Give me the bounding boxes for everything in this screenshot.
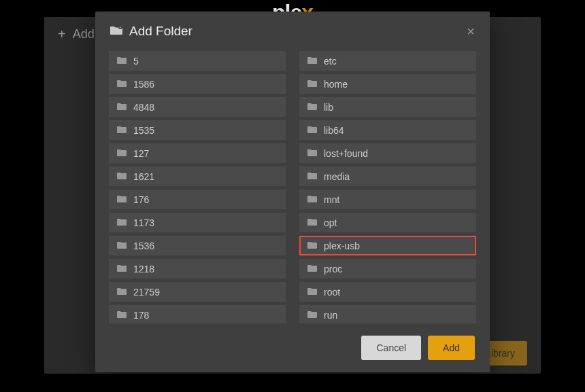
folder-label: lib64 <box>324 125 344 136</box>
folder-label: 1218 <box>133 264 154 274</box>
folder-item[interactable]: opt <box>299 213 476 232</box>
folder-icon <box>117 264 127 274</box>
folder-label: 21759 <box>133 287 160 298</box>
folder-icon <box>307 56 317 66</box>
folder-add-icon: + <box>110 25 122 38</box>
folder-item[interactable]: mnt <box>299 190 476 209</box>
folder-label: lib <box>324 102 333 113</box>
folder-label: plex-usb <box>324 240 360 251</box>
folder-label: 1173 <box>133 217 154 228</box>
folder-item[interactable]: etc <box>299 51 476 71</box>
folder-icon <box>307 171 317 181</box>
folder-icon <box>117 79 127 89</box>
folder-item[interactable]: 176 <box>109 190 286 209</box>
folder-icon <box>307 194 317 204</box>
folder-item[interactable]: 4848 <box>109 97 286 117</box>
folder-item[interactable]: 5 <box>109 51 286 71</box>
cancel-button[interactable]: Cancel <box>361 336 421 360</box>
folder-column-left: 5158648481535127162117611731536121821759… <box>109 51 286 323</box>
bg-header-label: Add <box>73 27 95 41</box>
folder-label: 1536 <box>133 240 154 251</box>
folder-label: run <box>324 310 337 321</box>
folder-icon <box>307 310 317 320</box>
modal-close-button[interactable]: × <box>467 24 475 39</box>
folder-label: mnt <box>324 194 339 205</box>
folder-label: 127 <box>133 148 149 159</box>
folder-label: 1535 <box>133 125 154 136</box>
folder-item[interactable]: 127 <box>109 143 286 163</box>
modal-footer: Cancel Add <box>95 323 490 372</box>
folder-icon <box>117 287 127 297</box>
folder-icon <box>307 79 317 89</box>
folder-icon <box>307 102 317 112</box>
folder-item[interactable]: run <box>299 305 476 323</box>
folder-item[interactable]: lost+found <box>299 143 476 163</box>
plus-icon: + <box>58 26 66 42</box>
folder-label: opt <box>324 217 337 228</box>
folder-label: 5 <box>133 56 139 67</box>
folder-label: 178 <box>133 310 149 321</box>
modal-header: + Add Folder × <box>95 12 490 51</box>
folder-label: home <box>324 79 348 90</box>
folder-item[interactable]: lib <box>299 97 476 117</box>
folder-item[interactable]: 1621 <box>109 166 286 186</box>
folder-column-right: etchomeliblib64lost+foundmediamntoptplex… <box>299 51 476 323</box>
folder-item[interactable]: 21759 <box>109 282 286 302</box>
add-folder-modal: + Add Folder × 5158648481535127162117611… <box>95 12 490 372</box>
modal-title: Add Folder <box>129 24 193 39</box>
folder-icon <box>117 217 127 228</box>
folder-icon <box>117 310 127 320</box>
folder-icon <box>307 287 317 297</box>
folder-icon <box>307 148 317 158</box>
folder-item[interactable]: 1173 <box>109 213 286 232</box>
folder-item[interactable]: plex-usb <box>299 236 476 255</box>
folder-icon <box>117 56 127 66</box>
folder-icon <box>117 194 127 204</box>
folder-item[interactable]: 1586 <box>109 74 286 94</box>
folder-icon <box>307 240 317 251</box>
folder-icon <box>117 171 127 181</box>
folder-item[interactable]: lib64 <box>299 120 476 140</box>
svg-text:+: + <box>120 25 122 29</box>
folder-label: 4848 <box>133 102 154 113</box>
folder-item[interactable]: proc <box>299 259 476 279</box>
folder-label: lost+found <box>324 148 368 159</box>
folder-label: 1621 <box>133 171 154 182</box>
folder-icon <box>307 264 317 274</box>
folder-icon <box>307 125 317 135</box>
modal-body: 5158648481535127162117611731536121821759… <box>95 51 490 323</box>
folder-icon <box>117 148 127 158</box>
folder-icon <box>117 102 127 112</box>
folder-label: root <box>324 287 340 298</box>
folder-label: 1586 <box>133 79 154 90</box>
folder-item[interactable]: media <box>299 166 476 186</box>
folder-item[interactable]: 1536 <box>109 236 286 255</box>
folder-item[interactable]: root <box>299 282 476 302</box>
folder-label: 176 <box>133 194 149 205</box>
folder-item[interactable]: 1535 <box>109 120 286 140</box>
folder-icon <box>117 240 127 251</box>
folder-label: etc <box>324 56 337 67</box>
folder-label: media <box>324 171 350 182</box>
folder-item[interactable]: home <box>299 74 476 94</box>
folder-item[interactable]: 1218 <box>109 259 286 279</box>
folder-icon <box>117 125 127 135</box>
folder-icon <box>307 217 317 228</box>
folder-columns: 5158648481535127162117611731536121821759… <box>109 51 476 323</box>
folder-label: proc <box>324 264 342 274</box>
folder-item[interactable]: 178 <box>109 305 286 323</box>
add-button[interactable]: Add <box>428 336 475 360</box>
